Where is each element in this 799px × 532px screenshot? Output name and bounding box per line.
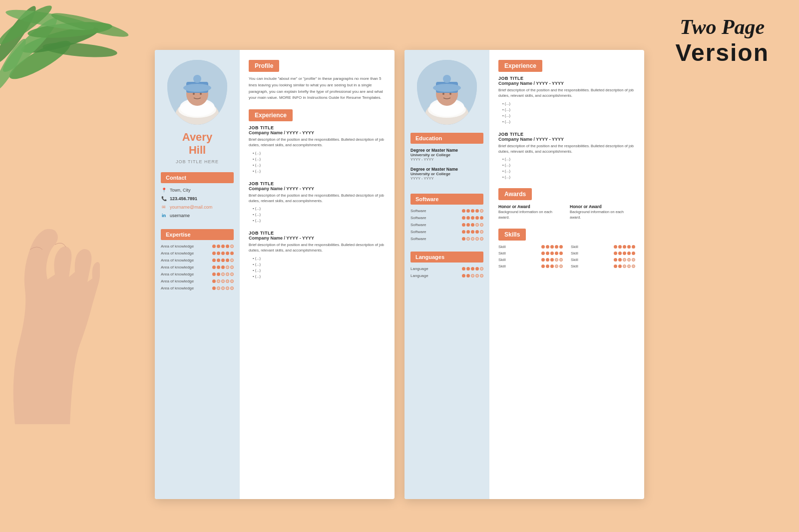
photo-placeholder-2: [417, 60, 477, 125]
job-desc-1: Brief description of the position and th…: [249, 137, 386, 148]
software-item: Software: [410, 230, 483, 234]
contact-location: 📍 Town, City: [161, 187, 234, 193]
page1-contact-section: Contact 📍 Town, City 📞 123.456.7891 ✉ yo…: [155, 172, 240, 221]
award-entry-2: Honor or Award Background information on…: [570, 204, 635, 221]
page2-experience-section: Experience JOB TITLE Company Name / YYYY…: [498, 60, 635, 180]
bullet: (...): [502, 168, 635, 174]
dots-7: [212, 286, 234, 290]
edu-year-1: YYYY - YYYY: [410, 157, 483, 162]
experience-header: Experience: [249, 109, 293, 121]
skill-item: Skill: [571, 251, 635, 256]
bullet: (...): [253, 168, 386, 174]
svg-point-26: [433, 84, 461, 92]
education-header: Education: [410, 133, 483, 144]
dots-6: [212, 279, 234, 283]
expertise-item: Area of knowledge: [161, 286, 234, 290]
bullet: (...): [502, 119, 635, 125]
skill-item: Skill: [571, 245, 635, 249]
expertise-header: Expertise: [161, 229, 234, 240]
expertise-item: Area of knowledge: [161, 244, 234, 249]
software-item: Software: [410, 209, 483, 213]
skills-grid: Skill Skill Skill: [498, 245, 635, 268]
expertise-item: Area of knowledge: [161, 258, 234, 263]
expertise-item: Area of knowledge: [161, 251, 234, 256]
svg-point-16: [183, 84, 211, 92]
company-2: Company Name / YYYY - YYYY: [249, 186, 386, 191]
bullet: (...): [502, 162, 635, 168]
photo-placeholder: [167, 60, 227, 125]
bullet: (...): [502, 156, 635, 162]
bullet: (...): [502, 174, 635, 180]
skills-section: Skills Skill Skill: [498, 229, 635, 268]
software-item: Software: [410, 216, 483, 220]
dots-2: [212, 252, 234, 255]
page2-experience-header: Experience: [498, 60, 542, 72]
language-item-1: Language: [410, 266, 483, 271]
page2-job-title-1: JOB TITLE: [498, 76, 635, 81]
awards-header: Awards: [498, 188, 532, 200]
location-icon: 📍: [161, 187, 167, 193]
contact-email: ✉ yourname@mail.com: [161, 204, 234, 210]
page2-main: Experience JOB TITLE Company Name / YYYY…: [489, 50, 644, 499]
expertise-item: Area of knowledge: [161, 265, 234, 269]
edu-degree-2: Degree or Master Name: [410, 167, 483, 172]
svg-point-28: [442, 93, 444, 95]
contact-linkedin: in username: [161, 213, 234, 219]
page1-main: Profile You can include "about me" or "p…: [240, 50, 395, 499]
page2-job-entry-1: JOB TITLE Company Name / YYYY - YYYY Bri…: [498, 76, 635, 125]
job-entry-3: JOB TITLE Company Name / YYYY - YYYY Bri…: [249, 231, 386, 279]
bullet: (...): [253, 162, 386, 168]
page2-photo: [417, 60, 477, 125]
skill-item: Skill: [498, 251, 563, 256]
dots-5: [212, 272, 234, 276]
page2-languages-section: Languages Language Language: [404, 252, 489, 280]
education-entry-1: Degree or Master Name University or Coll…: [410, 148, 483, 162]
education-entry-2: Degree or Master Name University or Coll…: [410, 167, 483, 181]
skill-item: Skill: [498, 258, 563, 262]
skill-item: Skill: [498, 264, 563, 268]
svg-point-29: [449, 93, 451, 95]
expertise-item: Area of knowledge: [161, 272, 234, 276]
page2-job-entry-2: JOB TITLE Company Name / YYYY - YYYY Bri…: [498, 132, 635, 181]
edu-year-2: YYYY - YYYY: [410, 176, 483, 181]
skill-item: Skill: [571, 258, 635, 262]
contact-header: Contact: [161, 172, 234, 183]
dots-1: [212, 245, 234, 248]
bullet: (...): [253, 218, 386, 224]
edu-degree-1: Degree or Master Name: [410, 148, 483, 153]
award-entry-1: Honor or Award Background information on…: [498, 204, 564, 221]
job-entry-2: JOB TITLE Company Name / YYYY - YYYY Bri…: [249, 181, 386, 224]
experience-section: Experience JOB TITLE Company Name / YYYY…: [249, 109, 386, 279]
skill-item: Skill: [498, 245, 563, 249]
languages-header: Languages: [410, 252, 483, 263]
edu-school-2: University or College: [410, 172, 483, 176]
award-desc-1: Background information on each award.: [498, 209, 564, 221]
software-item: Software: [410, 237, 483, 241]
company-3: Company Name / YYYY - YYYY: [249, 236, 386, 241]
page2-job-desc-1: Brief description of the position and th…: [498, 87, 635, 99]
bullet: (...): [253, 273, 386, 279]
job-title-3: JOB TITLE: [249, 231, 386, 236]
language-item-2: Language: [410, 273, 483, 278]
pages-container: Avery Hill JOB TITLE HERE Contact 📍 Town…: [0, 0, 799, 519]
dots-3: [212, 259, 234, 262]
bullet: (...): [253, 256, 386, 262]
expertise-item: Area of knowledge: [161, 279, 234, 283]
awards-container: Honor or Award Background information on…: [498, 204, 635, 221]
svg-point-27: [443, 75, 451, 83]
linkedin-icon: in: [161, 213, 167, 219]
page2-company-2: Company Name / YYYY - YYYY: [498, 137, 635, 142]
svg-point-17: [193, 75, 201, 83]
bullet: (...): [253, 262, 386, 267]
awards-section: Awards Honor or Award Background informa…: [498, 188, 635, 221]
software-header: Software: [410, 194, 483, 205]
page1-expertise-section: Expertise Area of knowledge Area of know…: [155, 229, 240, 293]
dots-4: [212, 266, 234, 269]
contact-phone-text: 123.456.7891: [170, 196, 197, 201]
phone-icon: 📞: [161, 196, 167, 202]
page1-photo: [167, 60, 227, 125]
company-1: Company Name / YYYY - YYYY: [249, 130, 386, 135]
page2-company-1: Company Name / YYYY - YYYY: [498, 81, 635, 86]
award-title-1: Honor or Award: [498, 204, 564, 209]
software-item: Software: [410, 223, 483, 227]
